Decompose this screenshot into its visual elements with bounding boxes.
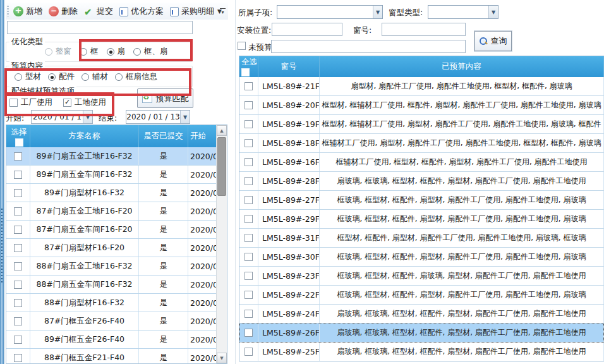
table-row[interactable]: LM5L-89#-25F23 扇玻璃, 框玻璃, 框型材, 框配件, 扇型材, …: [239, 343, 604, 361]
window-type-dropdown-icon[interactable]: ▼: [488, 6, 498, 18]
toolbar-button-submit[interactable]: 提交: [82, 4, 117, 18]
plan-table-scrollbar[interactable]: ▲ ▼: [216, 125, 227, 363]
row-checkbox[interactable]: [14, 317, 22, 325]
table-row[interactable]: LM5L-89#-21F19 扇型材, 扇配件工厂使用, 扇配件工地使用, 框型…: [239, 77, 604, 96]
table-row[interactable]: LM5L-89#-19F17 框型材, 框辅材工厂使用, 扇型材, 扇配件工厂使…: [239, 115, 604, 134]
row-checkbox[interactable]: [245, 329, 253, 337]
table-row[interactable]: 89#门扇五金车间F16-F32 是 2020/0: [6, 166, 216, 184]
window-table-body: LM5L-89#-21F19 扇型材, 扇配件工厂使用, 扇配件工地使用, 框型…: [239, 77, 604, 361]
row-checkbox[interactable]: [14, 171, 22, 179]
row-checkbox[interactable]: [245, 139, 253, 147]
start-date-dropdown-icon[interactable]: ▼: [83, 111, 92, 123]
toolbar-button-add[interactable]: 新增: [11, 4, 46, 18]
row-checkbox[interactable]: [14, 226, 22, 234]
radio-optimize-type-1[interactable]: 框: [80, 46, 99, 57]
left-splitter-bar[interactable]: [0, 0, 4, 364]
end-date-dropdown-icon[interactable]: ▼: [180, 111, 190, 123]
row-checkbox[interactable]: [245, 177, 253, 185]
table-row[interactable]: LM5L-89#-22F20 框玻璃, 框型材, 框配件, 扇型材, 扇配件工厂…: [239, 286, 604, 305]
row-checkbox[interactable]: [245, 158, 253, 166]
row-checkbox[interactable]: [14, 189, 22, 197]
table-row[interactable]: LM5L-89#-18F16 框辅材工厂使用, 扇型材, 扇配件工厂使用, 扇配…: [239, 134, 604, 153]
header-plan-name[interactable]: 方案名称: [30, 125, 139, 147]
table-row[interactable]: LM5L-89#-23F21 框玻璃, 框型材, 框配件, 扇玻璃, 扇型材, …: [239, 267, 604, 286]
checkbox-usage-1[interactable]: 工地使用: [63, 97, 106, 108]
row-checkbox[interactable]: [245, 82, 253, 90]
radio-budget-content-1[interactable]: 配件: [48, 71, 75, 82]
row-checkbox[interactable]: [245, 234, 253, 242]
row-checkbox[interactable]: [14, 336, 22, 344]
table-row[interactable]: 88#门扇型材F16-F32 是 2020/0: [6, 294, 216, 312]
table-row[interactable]: 87#门扇五金工地F16-F20 是 2020/0: [6, 202, 216, 221]
table-row[interactable]: 87#门扇型材F16-F20 是 2020/0: [6, 239, 216, 257]
header-submitted[interactable]: 是否已提交: [139, 125, 188, 147]
row-checkbox[interactable]: [245, 101, 253, 109]
radio-optimize-type-2[interactable]: 扇: [107, 46, 126, 57]
row-checkbox[interactable]: [14, 152, 22, 161]
window-no-cell: LM5L-89#-30F28: [258, 248, 320, 266]
table-row[interactable]: 88#门框五金F21-F40 是 2020/0: [6, 349, 216, 364]
radio-optimize-type-0[interactable]: 整窗: [45, 46, 71, 57]
sub-item-select[interactable]: ▼: [277, 5, 383, 19]
table-row[interactable]: LM5L-89#-29F27 框玻璃, 框型材, 框配件, 扇型材, 扇配件工厂…: [239, 210, 604, 229]
row-checkbox[interactable]: [14, 299, 22, 307]
row-checkbox[interactable]: [245, 215, 253, 223]
toolbar-grip[interactable]: [7, 6, 9, 16]
table-row[interactable]: 89#门框五金F26-F40 是 2020/0: [6, 331, 216, 349]
row-checkbox[interactable]: [14, 262, 22, 270]
table-row[interactable]: LM5L-89#-28F26 扇玻璃, 框玻璃, 框型材, 框配件, 扇型材, …: [239, 172, 604, 191]
table-row[interactable]: 88#门扇五金车间F16-F32 是 2020/0: [6, 276, 216, 294]
table-row[interactable]: LM5L-89#-16F15 框辅材工厂使用, 框型材, 框配件, 扇型材, 扇…: [239, 153, 604, 172]
table-row[interactable]: 87#门扇五金车间F16-F20 是 2020/0: [6, 221, 216, 239]
checkbox-usage-0[interactable]: 工厂使用: [9, 97, 52, 108]
table-row[interactable]: 89#门扇型材F16-F32 是 2020/0: [6, 184, 216, 202]
row-checkbox[interactable]: [14, 281, 22, 289]
radio-budget-content-3[interactable]: 框扇信息: [115, 71, 157, 82]
row-checkbox[interactable]: [14, 354, 22, 362]
toolbar-overflow-button[interactable]: ▾: [219, 6, 227, 17]
table-row[interactable]: LM5L-89#-31F29 框型材, 框配件, 扇型材, 扇配件工厂使用, 扇…: [239, 229, 604, 248]
select-all-checkbox[interactable]: [15, 138, 23, 147]
table-row[interactable]: LM5L-89#-30F28 框玻璃, 框型材, 框配件, 扇型材, 扇配件工厂…: [239, 248, 604, 267]
install-position-input[interactable]: [272, 23, 342, 36]
header-window-no[interactable]: 窗号: [258, 56, 320, 77]
row-checkbox[interactable]: [245, 196, 253, 204]
no-budget-checkbox[interactable]: [238, 42, 246, 50]
row-checkbox[interactable]: [245, 291, 253, 299]
header-budgeted-content[interactable]: 已预算内容: [320, 56, 604, 77]
select-all-windows-checkbox[interactable]: [241, 68, 250, 76]
plan-search-input[interactable]: [7, 21, 193, 34]
start-date-picker[interactable]: 2020 / 01 / 1 ▼: [31, 110, 93, 124]
toolbar-button-optimize-plan[interactable]: 优化方案: [117, 4, 167, 18]
sub-item-dropdown-icon[interactable]: ▼: [373, 6, 382, 18]
table-row[interactable]: LM5L-89#-20F18 框型材, 框辅材工厂使用, 框配件, 扇型材, 扇…: [239, 96, 604, 115]
radio-budget-content-0[interactable]: 型材: [15, 71, 41, 82]
table-row[interactable]: 88#门扇五金工地F16-F32 是 2020/0: [6, 257, 216, 276]
table-row[interactable]: 89#门扇五金工地F16-F32 是 2020/0: [6, 147, 216, 166]
row-checkbox[interactable]: [245, 348, 253, 356]
header-start[interactable]: 开始: [188, 125, 217, 147]
end-date-picker[interactable]: 2020 / 01 / 13 ▼: [126, 110, 190, 124]
scroll-up-icon[interactable]: ▲: [217, 125, 227, 136]
table-row[interactable]: LM5L-89#-27F25 框玻璃, 框型材, 框配件, 扇型材, 扇配件工厂…: [239, 191, 604, 210]
row-checkbox[interactable]: [245, 253, 253, 261]
no-budget-input[interactable]: [271, 40, 466, 53]
scrollbar-thumb[interactable]: [217, 137, 226, 196]
table-row[interactable]: 87#门框五金F26-F40 是 2020/0: [6, 312, 216, 331]
row-checkbox[interactable]: [14, 207, 22, 215]
radio-optimize-type-3[interactable]: 框、扇: [133, 46, 168, 57]
radio-budget-content-2[interactable]: 辅材: [82, 71, 108, 82]
row-checkbox[interactable]: [245, 272, 253, 280]
query-button[interactable]: 查询: [474, 31, 512, 51]
table-row[interactable]: LM5L-89#-26F24 扇玻璃, 框玻璃, 框型材, 框配件, 扇型材, …: [239, 324, 604, 343]
row-checkbox[interactable]: [14, 244, 22, 252]
budget-match-button[interactable]: 预算匹配: [137, 88, 193, 108]
toolbar-button-purchase-detail[interactable]: 采购明细 ▼: [167, 4, 226, 18]
window-no-input[interactable]: [382, 23, 466, 36]
scroll-down-icon[interactable]: ▼: [217, 353, 227, 363]
window-type-select[interactable]: ▼: [428, 5, 498, 19]
toolbar-button-delete[interactable]: 删除: [46, 4, 82, 18]
row-checkbox[interactable]: [245, 310, 253, 318]
table-row[interactable]: LM5L-89#-24F22 扇玻璃, 框玻璃, 框型材, 框配件, 扇型材, …: [239, 305, 604, 324]
row-checkbox[interactable]: [245, 120, 253, 128]
